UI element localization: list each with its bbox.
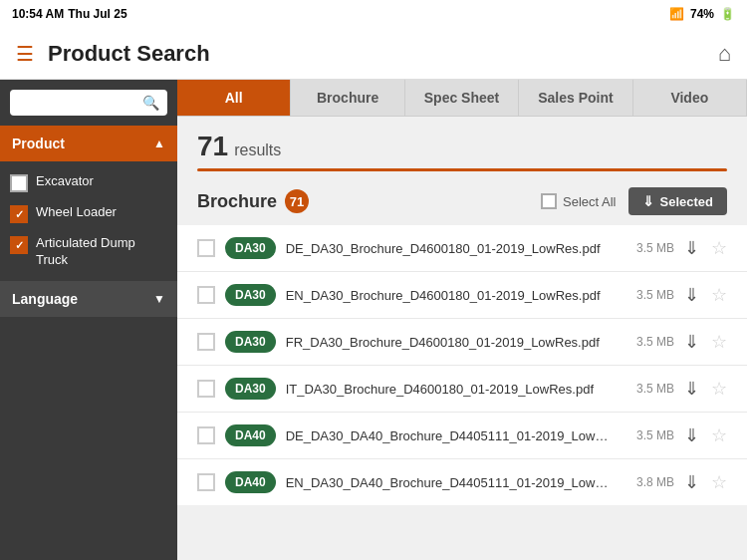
star-icon-5[interactable]: ☆ [711,471,727,493]
home-button[interactable]: ⌂ [718,41,731,67]
status-right: 📶 74% 🔋 [669,7,735,21]
download-file-icon-1[interactable]: ⇓ [684,284,699,306]
file-actions-1: ⇓ ☆ [684,284,727,306]
section-header: Brochure 71 Select All ⇓ Selected [177,181,747,225]
star-icon-4[interactable]: ☆ [711,424,727,446]
status-day: Thu Jul 25 [68,7,126,21]
download-icon: ⇓ [642,193,654,209]
wifi-icon: 📶 [669,7,684,21]
sidebar: 🔍 Product ▲ Excavator Wheel Loader Artic… [0,80,177,560]
star-icon-0[interactable]: ☆ [711,237,727,259]
download-file-icon-2[interactable]: ⇓ [684,331,699,353]
file-tag-3: DA30 [225,378,276,400]
status-left: 10:54 AM Thu Jul 25 [12,7,127,21]
selected-button[interactable]: ⇓ Selected [628,187,727,215]
table-row: DA40 EN_DA30_DA40_Brochure_D4405111_01-2… [177,459,747,505]
file-checkbox-3[interactable] [197,380,215,398]
language-section-header[interactable]: Language ▼ [0,281,177,317]
status-bar: 10:54 AM Thu Jul 25 📶 74% 🔋 [0,0,747,28]
tab-brochure[interactable]: Brochure [291,80,404,116]
file-size-2: 3.5 MB [624,335,674,349]
file-actions-5: ⇓ ☆ [684,471,727,493]
excavator-checkbox[interactable] [10,174,28,192]
file-actions-3: ⇓ ☆ [684,378,727,400]
results-count: 71 [197,131,228,162]
file-checkbox-5[interactable] [197,473,215,491]
file-checkbox-0[interactable] [197,239,215,257]
section-count-badge: 71 [285,189,309,213]
language-chevron-icon: ▼ [153,292,165,306]
results-label: results [234,141,281,159]
file-size-4: 3.5 MB [624,428,674,442]
page-title: Product Search [48,41,210,67]
star-icon-2[interactable]: ☆ [711,331,727,353]
table-row: DA30 EN_DA30_Brochure_D4600180_01-2019_L… [177,272,747,319]
file-checkbox-2[interactable] [197,333,215,351]
select-all-checkbox[interactable] [541,193,557,209]
sidebar-item-articulated-dump-truck[interactable]: Articulated Dump Truck [0,229,177,275]
selected-label: Selected [660,194,713,209]
table-row: DA30 IT_DA30_Brochure_D4600180_01-2019_L… [177,366,747,413]
tab-sales-point[interactable]: Sales Point [519,80,632,116]
star-icon-1[interactable]: ☆ [711,284,727,306]
header-left: ☰ Product Search [16,41,210,67]
file-name-5: EN_DA30_DA40_Brochure_D4405111_01-2019_L… [286,475,615,490]
section-title: Brochure 71 [197,189,309,213]
table-row: DA30 DE_DA30_Brochure_D4600180_01-2019_L… [177,225,747,272]
battery-icon: 🔋 [720,7,735,21]
battery-level: 74% [690,7,714,21]
product-items: Excavator Wheel Loader Articulated Dump … [0,161,177,281]
select-all-label: Select All [563,194,616,209]
search-input[interactable] [18,96,136,111]
file-checkbox-1[interactable] [197,286,215,304]
file-tag-4: DA40 [225,424,276,446]
file-size-3: 3.5 MB [624,382,674,396]
table-row: DA40 DE_DA30_DA40_Brochure_D4405111_01-2… [177,413,747,459]
results-divider [197,168,727,171]
table-row: DA30 FR_DA30_Brochure_D4600180_01-2019_L… [177,319,747,366]
file-name-0: DE_DA30_Brochure_D4600180_01-2019_LowRes… [286,241,615,256]
download-file-icon-3[interactable]: ⇓ [684,378,699,400]
menu-button[interactable]: ☰ [16,42,34,66]
articulated-dump-truck-label: Articulated Dump Truck [36,235,167,269]
product-section-header[interactable]: Product ▲ [0,126,177,161]
language-section-label: Language [12,291,78,307]
header: ☰ Product Search ⌂ [0,28,747,80]
file-tag-2: DA30 [225,331,276,353]
file-name-1: EN_DA30_Brochure_D4600180_01-2019_LowRes… [286,288,615,303]
file-tag-1: DA30 [225,284,276,306]
excavator-label: Excavator [36,173,94,190]
main-layout: 🔍 Product ▲ Excavator Wheel Loader Artic… [0,80,747,560]
file-tag-5: DA40 [225,471,276,493]
product-chevron-icon: ▲ [153,137,165,150]
wheel-loader-checkbox[interactable] [10,205,28,223]
file-name-4: DE_DA30_DA40_Brochure_D4405111_01-2019_L… [286,428,615,443]
content-area: All Brochure Spec Sheet Sales Point Vide… [177,80,747,560]
file-actions-2: ⇓ ☆ [684,331,727,353]
results-bar: 71 results [177,117,747,168]
product-section-label: Product [12,136,65,151]
download-file-icon-5[interactable]: ⇓ [684,471,699,493]
articulated-dump-truck-checkbox[interactable] [10,236,28,254]
download-file-icon-0[interactable]: ⇓ [684,237,699,259]
tab-spec-sheet[interactable]: Spec Sheet [405,80,519,116]
file-size-5: 3.8 MB [624,475,674,489]
search-wrap: 🔍 [0,80,177,126]
file-tag-0: DA30 [225,237,276,259]
tab-all[interactable]: All [177,80,291,116]
file-size-1: 3.5 MB [624,288,674,302]
section-actions: Select All ⇓ Selected [541,187,727,215]
file-actions-4: ⇓ ☆ [684,424,727,446]
section-title-label: Brochure [197,191,277,212]
star-icon-3[interactable]: ☆ [711,378,727,400]
download-file-icon-4[interactable]: ⇓ [684,424,699,446]
sidebar-item-wheel-loader[interactable]: Wheel Loader [0,198,177,229]
search-box: 🔍 [10,90,167,116]
select-all-wrap[interactable]: Select All [541,193,616,209]
sidebar-item-excavator[interactable]: Excavator [0,167,177,198]
tab-video[interactable]: Video [633,80,747,116]
tab-bar: All Brochure Spec Sheet Sales Point Vide… [177,80,747,117]
search-icon: 🔍 [142,95,159,111]
file-checkbox-4[interactable] [197,426,215,444]
file-list: DA30 DE_DA30_Brochure_D4600180_01-2019_L… [177,225,747,505]
